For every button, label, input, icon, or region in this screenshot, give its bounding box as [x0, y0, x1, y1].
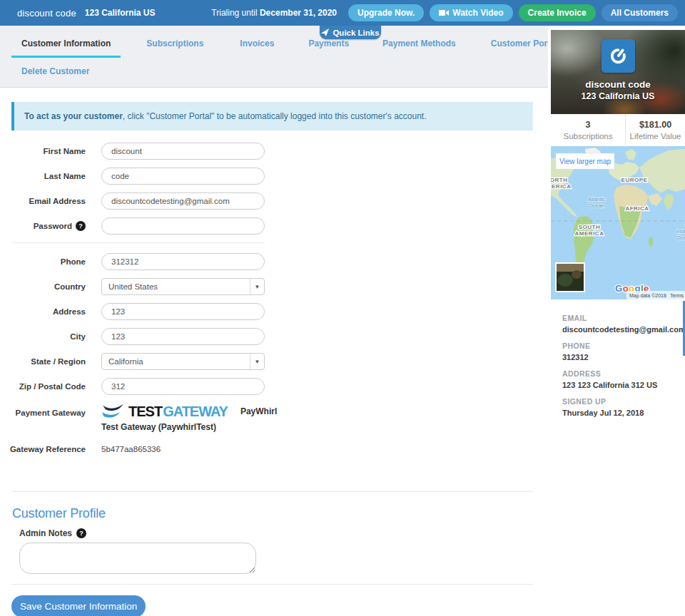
zip-input[interactable] [101, 378, 265, 395]
profile-name: discount code [585, 79, 651, 90]
contact-info: EMAIL discountcodetesting@gmail.com PHON… [562, 309, 685, 425]
password-input[interactable] [101, 217, 265, 235]
stat-lifetime-value: $181.00 Lifetime Value [626, 114, 685, 145]
customer-sidebar: discount code 123 California US 3 Subscr… [548, 26, 685, 616]
map-label-south-america: AMERICA [575, 230, 604, 237]
video-camera-icon [439, 9, 449, 16]
upgrade-now-button[interactable]: Upgrade Now. [348, 4, 424, 21]
header-customer-location: 123 California US [85, 8, 156, 18]
map-madagascar [649, 237, 653, 247]
stat-subscriptions-label: Subscriptions [563, 132, 612, 140]
city-label: City [0, 332, 86, 341]
map-attribution: Map data ©2018 [629, 293, 666, 299]
country-select[interactable]: United States ▼ [101, 278, 265, 295]
quick-links-tab[interactable]: Quick Links [320, 26, 381, 39]
map-terms-link[interactable]: Terms [670, 293, 684, 298]
tab-invoices[interactable]: Invoices [230, 38, 284, 58]
trial-date: December 31, 2020 [260, 8, 337, 18]
satellite-layer-toggle[interactable] [555, 262, 585, 292]
gateway-reference-value: 5b477aa865336 [101, 445, 161, 453]
password-label-text: Password [34, 222, 72, 230]
paper-plane-icon [321, 29, 329, 36]
form-row-gateway-reference: Gateway Reference 5b477aa865336 [0, 445, 548, 453]
trial-prefix: Trialing until [211, 8, 257, 18]
email-label: Email Address [0, 197, 86, 205]
last-name-label: Last Name [0, 172, 86, 180]
admin-notes-help-icon[interactable]: ? [76, 528, 86, 538]
app-logo[interactable]: discount code [17, 8, 76, 19]
contact-signed-up-label: SIGNED UP [562, 397, 685, 406]
first-name-input[interactable] [101, 143, 265, 160]
country-label: Country [0, 282, 86, 291]
form-row-city: City [0, 328, 548, 345]
contact-signed-up: SIGNED UP Thursday Jul 12, 2018 [562, 397, 685, 417]
form-row-state: State / Region California ▼ [0, 353, 548, 370]
quick-links-label: Quick Links [333, 29, 379, 37]
map-label-south: SOUTH [579, 224, 601, 230]
email-input[interactable] [101, 192, 265, 210]
tab-payments[interactable]: Payments [298, 38, 359, 58]
tab-delete-customer[interactable]: Delete Customer [21, 66, 89, 76]
city-input[interactable] [101, 328, 265, 345]
contact-signed-up-value: Thursday Jul 12, 2018 [562, 409, 685, 417]
trial-status: Trialing until December 31, 2020 [211, 8, 337, 18]
tabs-row: Customer Information Subscriptions Invoi… [0, 26, 548, 58]
admin-notes-label: Admin Notes ? [19, 528, 548, 538]
create-invoice-button[interactable]: Create Invoice [519, 4, 596, 21]
map-label-north-america: AMERICA [551, 183, 571, 190]
stat-subscriptions: 3 Subscriptions [551, 114, 626, 145]
gateway-swoosh-icon [101, 403, 124, 420]
form-row-payment-gateway: Payment Gateway TEST GATEWAY PayWhirl Te… [0, 403, 548, 432]
map-label-north: NORTH [551, 177, 567, 183]
section-divider [11, 584, 533, 585]
save-customer-button[interactable]: Save Customer Information [11, 595, 146, 616]
address-label: Address [0, 307, 86, 316]
last-name-input[interactable] [101, 168, 265, 185]
contact-email-value: discountcodetesting@gmail.com [562, 325, 685, 334]
map-label-atlantic: Atlantic [588, 196, 606, 202]
view-larger-map-link[interactable]: View larger map [556, 153, 614, 169]
main-content: To act as your customer, click "Customer… [0, 88, 548, 616]
customer-form: First Name Last Name Email Address Passw… [0, 143, 548, 453]
tab-subscriptions[interactable]: Subscriptions [136, 38, 213, 58]
gateway-logo-gateway: GATEWAY [163, 404, 228, 420]
spacer [0, 461, 548, 491]
profile-stats: 3 Subscriptions $181.00 Lifetime Value [551, 114, 685, 145]
tab-customer-information[interactable]: Customer Information [11, 38, 121, 58]
gateway-reference-label: Gateway Reference [0, 445, 86, 453]
profile-cover-photo: discount code 123 California US [551, 30, 685, 114]
contact-email: EMAIL discountcodetesting@gmail.com [562, 314, 685, 334]
all-customers-button[interactable]: All Customers [602, 4, 678, 21]
stat-lifetime-value-amount: $181.00 [639, 120, 671, 130]
watch-video-button[interactable]: Watch Video [430, 4, 512, 21]
stat-lifetime-value-label: Lifetime Value [629, 132, 681, 140]
form-row-last-name: Last Name [0, 168, 548, 185]
info-alert: To act as your customer, click "Customer… [11, 102, 533, 130]
view-larger-map-label: View larger map [559, 158, 612, 165]
address-input[interactable] [101, 303, 265, 320]
location-map[interactable]: NORTH AMERICA Atlantic Ocean EUROPE AFRI… [551, 146, 685, 299]
header-actions: Trialing until December 31, 2020 Upgrade… [211, 4, 678, 21]
map-label-indian: Indian [676, 228, 685, 235]
avatar [602, 39, 635, 73]
page: discount code 123 California US Trialing… [0, 0, 685, 616]
form-row-address: Address [0, 303, 548, 320]
form-divider [11, 242, 265, 243]
customer-profile-heading: Customer Profile [12, 506, 548, 521]
phone-input[interactable] [101, 253, 265, 270]
contact-address-label: ADDRESS [562, 369, 685, 378]
spacer [0, 574, 548, 584]
contact-address: ADDRESS 123 123 California 312 US [562, 369, 685, 389]
gateway-brand: PayWhirl [240, 406, 277, 416]
country-selected-value: United States [102, 279, 250, 294]
phone-label: Phone [0, 257, 86, 266]
contact-phone-label: PHONE [562, 342, 685, 350]
tab-payment-methods[interactable]: Payment Methods [372, 38, 466, 58]
admin-notes-textarea[interactable] [19, 543, 256, 574]
section-divider [11, 491, 533, 492]
password-help-icon[interactable]: ? [76, 221, 86, 231]
state-selected-value: California [102, 354, 250, 369]
admin-notes-label-text: Admin Notes [19, 528, 72, 538]
gateway-logo: TEST GATEWAY PayWhirl [101, 403, 277, 420]
state-select[interactable]: California ▼ [101, 353, 265, 370]
